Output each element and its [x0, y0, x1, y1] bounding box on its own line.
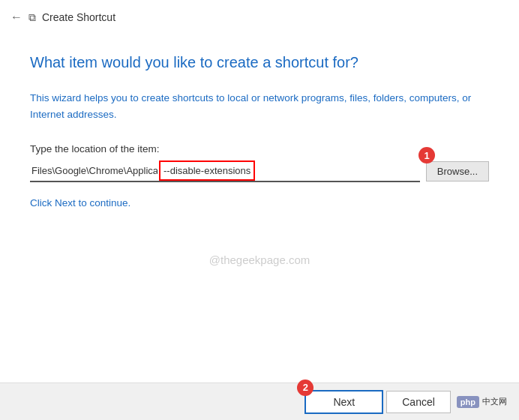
annotation-badge-2: 2	[297, 380, 314, 396]
shortcut-icon: ⧉	[28, 11, 36, 24]
footer: 2 Next Cancel php 中文网	[0, 382, 519, 420]
location-input-row: 1 --disable-extensions Browse...	[30, 160, 489, 182]
click-next-text: Click Next to continue.	[30, 197, 489, 208]
page-title: What item would you like to create a sho…	[30, 52, 489, 72]
titlebar: ← ⧉ Create Shortcut	[0, 0, 519, 34]
footer-buttons: 2 Next Cancel php 中文网	[304, 390, 507, 414]
php-badge: php	[457, 396, 479, 408]
zh-text: 中文网	[482, 396, 507, 407]
location-input-left[interactable]	[30, 160, 159, 181]
description-text: This wizard helps you to create shortcut…	[30, 90, 489, 122]
back-button[interactable]: ←	[10, 10, 22, 24]
location-input-wrapper: --disable-extensions	[30, 160, 420, 182]
main-content: What item would you like to create a sho…	[0, 34, 519, 266]
next-button[interactable]: Next	[304, 390, 383, 414]
cancel-button[interactable]: Cancel	[386, 391, 451, 413]
watermark: @thegeekpage.com	[30, 254, 489, 266]
browse-button[interactable]: Browse...	[426, 161, 489, 182]
location-input-right[interactable]: --disable-extensions	[159, 160, 255, 181]
window-title: Create Shortcut	[42, 11, 116, 23]
